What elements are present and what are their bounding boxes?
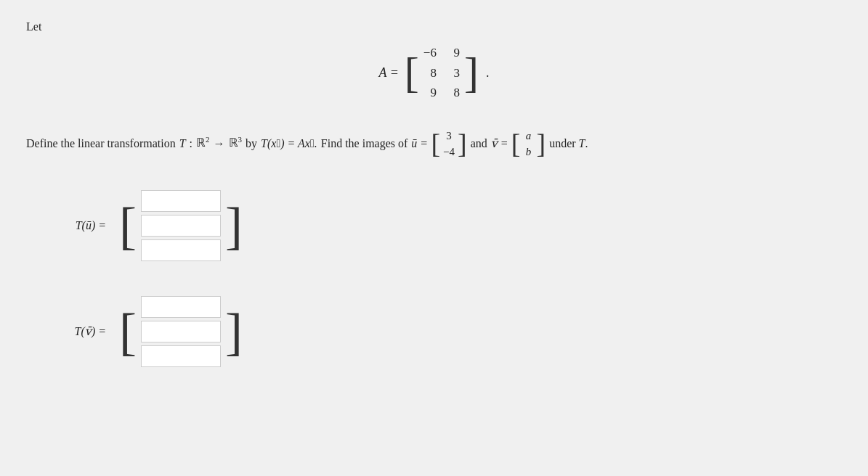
Tu-row: T(ū) = [ ] <box>41 187 842 264</box>
Tu-inputs <box>139 187 222 264</box>
Tv-inputs <box>139 293 222 370</box>
u-vec-entry-0: 3 <box>443 128 455 144</box>
Tu-input-1[interactable] <box>141 215 221 237</box>
matrix-equation: A = [ −6 9 8 3 9 8 ] . <box>379 41 490 105</box>
page: Let A = [ −6 9 8 3 9 8 ] . Define the li… <box>0 0 868 476</box>
v-vec-bracket-left: [ <box>511 127 521 161</box>
by-text: by <box>246 134 257 155</box>
matrix-A-label: A = <box>379 65 399 81</box>
Tv-input-2[interactable] <box>141 345 221 367</box>
v-vec-entry-b: b <box>524 144 534 160</box>
v-vec-entries: a b <box>522 127 535 161</box>
Tv-input-1[interactable] <box>141 321 221 342</box>
problem-statement: Define the linear transformation T : ℝ2 … <box>26 127 842 161</box>
eq1: = <box>421 134 427 155</box>
Tu-matrix: [ ] <box>119 187 243 264</box>
Tu-bracket-left: [ <box>119 187 137 264</box>
codomain-R3: ℝ3 <box>229 133 243 154</box>
T-x-eq: T(x⃗) = Ax⃗. <box>261 134 317 155</box>
domain-R2: ℝ2 <box>196 133 210 154</box>
Tu-label: T(ū) = <box>41 219 106 232</box>
Tv-input-0[interactable] <box>141 296 221 318</box>
u-vec-bracket-right: ] <box>458 127 467 161</box>
let-label: Let <box>26 20 842 33</box>
matrix-cell-20: 9 <box>423 83 437 102</box>
u-vec-bracket-left: [ <box>431 127 440 161</box>
v-vector: [ a b ] <box>511 127 545 161</box>
bracket-right: ] <box>464 41 479 105</box>
answers-area: T(ū) = [ ] T(v̄) = [ <box>26 187 842 370</box>
colon: : <box>190 134 192 155</box>
matrix-section: A = [ −6 9 8 3 9 8 ] . <box>26 41 842 105</box>
matrix-cell-01: 9 <box>447 44 460 62</box>
Tv-bracket-right: ] <box>225 293 243 370</box>
T-symbol: T <box>179 134 186 155</box>
u-vec-entry-1: −4 <box>443 144 455 160</box>
Tv-bracket-left: [ <box>119 293 137 370</box>
u-vec-entries: 3 −4 <box>442 127 456 161</box>
eq2: = <box>501 134 508 155</box>
Tu-input-2[interactable] <box>141 239 221 261</box>
v-vec-text: v̄ <box>491 134 498 155</box>
Tv-matrix: [ ] <box>119 293 243 370</box>
matrix-cell-10: 8 <box>423 64 437 83</box>
u-vec-text: ū <box>411 134 417 155</box>
Tv-row: T(v̄) = [ ] <box>41 293 842 370</box>
arrow: → <box>214 134 225 155</box>
matrix-cell-21: 8 <box>447 83 460 102</box>
under-text: under T. <box>549 134 588 155</box>
matrix-cell-00: −6 <box>423 44 437 62</box>
matrix-dot: . <box>486 65 490 81</box>
matrix-cell-11: 3 <box>447 64 460 83</box>
matrix-A-entries: −6 9 8 3 9 8 <box>422 41 461 105</box>
u-vector: [ 3 −4 ] <box>431 127 466 161</box>
v-vec-entry-a: a <box>524 128 534 144</box>
matrix-A-bracket: [ −6 9 8 3 9 8 ] <box>405 41 479 105</box>
and-text: and <box>471 134 487 155</box>
v-vec-bracket-right: ] <box>537 127 546 161</box>
Tu-bracket-right: ] <box>225 187 243 264</box>
Tu-input-0[interactable] <box>141 190 221 212</box>
bracket-left: [ <box>405 41 419 105</box>
find-text: Find the images of <box>321 134 408 155</box>
define-text: Define the linear transformation <box>26 134 176 155</box>
Tv-label: T(v̄) = <box>41 324 106 338</box>
